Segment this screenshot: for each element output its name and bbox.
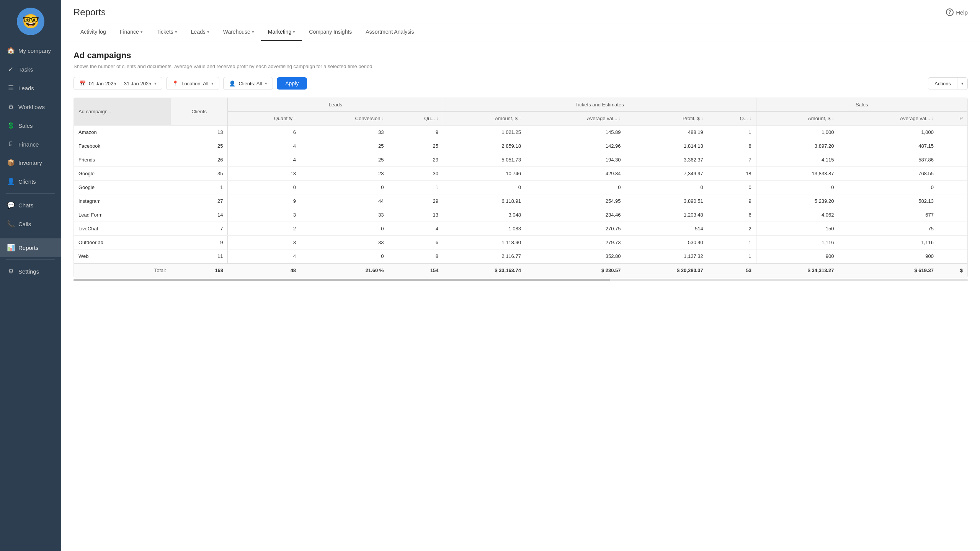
cell-sales-avg: 582.13 xyxy=(838,194,938,208)
sidebar-divider-2 xyxy=(6,236,55,236)
cell-tickets-profit: 488.19 xyxy=(626,126,708,139)
person-icon: 👤 xyxy=(229,80,235,86)
tab-warehouse[interactable]: Warehouse ▾ xyxy=(216,23,261,41)
tab-assortment-analysis[interactable]: Assortment Analysis xyxy=(359,23,421,41)
cell-leads-qu: 13 xyxy=(388,208,443,222)
tab-finance[interactable]: Finance ▾ xyxy=(113,23,150,41)
sidebar-item-calls[interactable]: 📞 Calls xyxy=(0,215,61,233)
sidebar-item-sales[interactable]: 💲 Sales xyxy=(0,116,61,135)
sidebar-item-finance[interactable]: ₣ Finance xyxy=(0,135,61,153)
cell-leads-qty: 9 xyxy=(228,194,301,208)
chevron-down-icon: ▾ xyxy=(154,81,157,86)
table-row: Lead Form 14 3 33 13 3,048 234.46 1,203.… xyxy=(74,208,967,222)
clients-icon: 👤 xyxy=(7,178,15,186)
sidebar-item-clients[interactable]: 👤 Clients xyxy=(0,172,61,191)
cell-tickets-amount: 10,746 xyxy=(443,167,526,181)
sidebar-item-reports[interactable]: 📊 Reports xyxy=(0,238,61,257)
th-tickets-qu[interactable]: Q...↕ xyxy=(708,112,756,126)
cell-clients: 9 xyxy=(171,236,228,249)
tab-leads[interactable]: Leads ▾ xyxy=(184,23,216,41)
cell-tickets-qu: 7 xyxy=(708,153,756,167)
cell-leads-qu: 30 xyxy=(388,167,443,181)
sort-icon: ↕ xyxy=(519,116,521,121)
total-leads-conv: 21.60 % xyxy=(301,263,388,277)
cell-tickets-qu: 9 xyxy=(708,194,756,208)
th-sales-amount[interactable]: Amount, $↕ xyxy=(756,112,838,126)
th-clients-label: Clients xyxy=(191,109,207,114)
tab-activity-log[interactable]: Activity log xyxy=(74,23,113,41)
tab-label: Marketing xyxy=(268,29,291,35)
actions-arrow-icon[interactable]: ▾ xyxy=(957,78,967,89)
cell-tickets-avg: 270.75 xyxy=(526,222,626,236)
cell-leads-conv: 0 xyxy=(301,181,388,194)
tab-label: Tickets xyxy=(157,29,173,35)
sidebar-item-label: Inventory xyxy=(18,160,42,166)
sidebar-item-chats[interactable]: 💬 Chats xyxy=(0,196,61,215)
sidebar-item-tasks[interactable]: ✓ Tasks xyxy=(0,60,61,79)
cell-leads-qty: 6 xyxy=(228,126,301,139)
horizontal-scrollbar[interactable] xyxy=(74,279,968,281)
cell-tickets-qu: 2 xyxy=(708,222,756,236)
sort-icon: ↕ xyxy=(109,109,111,114)
tab-label: Company Insights xyxy=(309,29,352,35)
th-tickets-profit[interactable]: Profit, $↕ xyxy=(626,112,708,126)
cell-sales-p xyxy=(938,139,967,153)
sidebar-item-label: Settings xyxy=(18,268,39,275)
th-leads-conv[interactable]: Conversion↕ xyxy=(301,112,388,126)
th-leads-qu[interactable]: Qu...↕ xyxy=(388,112,443,126)
total-sales-amount: $ 34,313.27 xyxy=(756,263,838,277)
total-tickets-qu: 53 xyxy=(708,263,756,277)
actions-label[interactable]: Actions xyxy=(928,78,957,90)
sidebar-divider xyxy=(6,193,55,194)
sidebar-item-settings[interactable]: ⚙ Settings xyxy=(0,262,61,281)
scrollbar-thumb[interactable] xyxy=(74,279,610,281)
cell-clients: 1 xyxy=(171,181,228,194)
sidebar-item-my-company[interactable]: 🏠 My company xyxy=(0,41,61,60)
cell-leads-conv: 44 xyxy=(301,194,388,208)
th-sales-group: Sales xyxy=(756,98,967,112)
th-clients[interactable]: Clients xyxy=(171,98,228,126)
cell-sales-amount: 3,897.20 xyxy=(756,139,838,153)
help-button[interactable]: ? Help xyxy=(946,8,968,16)
sort-icon: ↕ xyxy=(750,116,751,121)
sidebar-item-leads[interactable]: ☰ Leads xyxy=(0,79,61,98)
table-row: Amazon 13 6 33 9 1,021.25 145.89 488.19 … xyxy=(74,126,967,139)
date-range-filter[interactable]: 📅 01 Jan 2025 — 31 Jan 2025 ▾ xyxy=(74,77,162,90)
sidebar-item-label: Reports xyxy=(18,245,39,251)
th-sales-p[interactable]: P xyxy=(938,112,967,126)
tab-tickets[interactable]: Tickets ▾ xyxy=(150,23,184,41)
cell-tickets-avg: 429.84 xyxy=(526,167,626,181)
avatar[interactable]: 🤓 xyxy=(17,8,44,35)
apply-button[interactable]: Apply xyxy=(277,77,307,90)
cell-sales-avg: 677 xyxy=(838,208,938,222)
date-range-label: 01 Jan 2025 — 31 Jan 2025 xyxy=(89,81,151,86)
th-tickets-amount[interactable]: Amount, $↕ xyxy=(443,112,526,126)
cell-sales-p xyxy=(938,167,967,181)
cell-leads-qty: 3 xyxy=(228,208,301,222)
tab-label: Finance xyxy=(120,29,139,35)
cell-tickets-profit: 1,814.13 xyxy=(626,139,708,153)
th-leads-qty[interactable]: Quantity↕ xyxy=(228,112,301,126)
tab-marketing[interactable]: Marketing ▾ xyxy=(261,23,302,41)
cell-leads-qu: 4 xyxy=(388,222,443,236)
cell-sales-amount: 1,116 xyxy=(756,236,838,249)
th-sales-avg[interactable]: Average val...↕ xyxy=(838,112,938,126)
th-tickets-avg[interactable]: Average val...↕ xyxy=(526,112,626,126)
cell-tickets-qu: 8 xyxy=(708,139,756,153)
cell-ad-campaign: Web xyxy=(74,249,171,264)
workflows-icon: ⚙ xyxy=(7,103,15,111)
cell-tickets-profit: 530.40 xyxy=(626,236,708,249)
cell-leads-qu: 6 xyxy=(388,236,443,249)
tab-company-insights[interactable]: Company Insights xyxy=(302,23,359,41)
actions-dropdown: Actions ▾ xyxy=(928,77,968,90)
clients-filter[interactable]: 👤 Clients: All ▾ xyxy=(223,77,273,90)
cell-leads-qu: 25 xyxy=(388,139,443,153)
table-body: Amazon 13 6 33 9 1,021.25 145.89 488.19 … xyxy=(74,126,967,264)
cell-sales-p xyxy=(938,249,967,264)
sidebar-item-workflows[interactable]: ⚙ Workflows xyxy=(0,98,61,116)
location-filter[interactable]: 📍 Location: All ▾ xyxy=(166,77,219,90)
sidebar-item-inventory[interactable]: 📦 Inventory xyxy=(0,153,61,172)
cell-ad-campaign: Instagram xyxy=(74,194,171,208)
th-ad-campaign[interactable]: Ad campaign ↕ xyxy=(74,98,171,126)
table-row: Outdoor ad 9 3 33 6 1,118.90 279.73 530.… xyxy=(74,236,967,249)
